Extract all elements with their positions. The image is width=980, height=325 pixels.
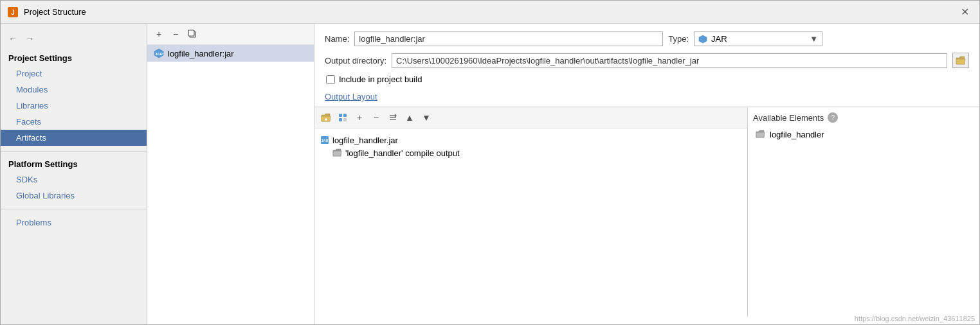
svg-marker-6 — [699, 35, 707, 43]
close-button[interactable]: ✕ — [957, 4, 973, 19]
output-layout-toolbar: + − ▲ ▼ — [314, 107, 747, 128]
output-layout-left: + − ▲ ▼ — [314, 107, 748, 317]
right-panel: Name: Type: JAR ▼ Output directory: — [314, 24, 979, 324]
name-label: Name: — [325, 34, 349, 44]
add-artifact-button[interactable]: + — [151, 26, 167, 42]
svg-text:JAR: JAR — [155, 52, 163, 56]
remove-artifact-button[interactable]: − — [168, 26, 183, 42]
title-bar: J Project Structure ✕ — [1, 1, 979, 24]
main-content: ← → Project Settings Project Modules Lib… — [1, 24, 979, 324]
sort-button[interactable] — [385, 110, 401, 125]
svg-rect-12 — [343, 118, 347, 121]
tree-item-compile-output-label: 'logfile_handler' compile output — [345, 148, 460, 158]
include-in-project-build-row: Include in project build — [325, 75, 969, 84]
move-down-button[interactable]: ▼ — [419, 110, 434, 125]
platform-settings-header: Platform Settings — [1, 157, 147, 171]
name-row: Name: Type: JAR ▼ — [325, 31, 969, 46]
remove-layout-button[interactable]: − — [368, 110, 384, 125]
browse-output-button[interactable] — [952, 53, 969, 68]
svg-rect-10 — [343, 114, 347, 117]
sidebar-item-facets[interactable]: Facets — [1, 114, 147, 130]
nav-arrows: ← → — [1, 29, 147, 51]
forward-button[interactable]: → — [23, 31, 37, 46]
sidebar-divider — [1, 151, 147, 152]
svg-text:JAR: JAR — [321, 139, 328, 143]
svg-rect-9 — [339, 114, 342, 117]
project-structure-window: J Project Structure ✕ ← → Project Settin… — [0, 0, 980, 325]
type-label: Type: — [668, 34, 689, 44]
include-in-project-build-label: Include in project build — [339, 75, 422, 84]
artifact-list-panel: + − JAR logfile_handler:jar — [147, 24, 314, 324]
app-icon: J — [7, 6, 19, 18]
output-directory-row: Output directory: — [325, 53, 969, 68]
available-elements-panel: Available Elements ? logfile_handler — [748, 107, 979, 317]
artifact-toolbar: + − — [147, 24, 314, 45]
sidebar-item-sdks[interactable]: SDKs — [1, 171, 147, 188]
output-layout-content: JAR logfile_handler.jar — [314, 128, 747, 317]
type-dropdown-arrow: ▼ — [810, 34, 818, 44]
available-item-module[interactable]: logfile_handler — [753, 128, 974, 141]
copy-artifact-button[interactable] — [185, 26, 200, 42]
compile-output-icon — [332, 148, 343, 158]
output-directory-label: Output directory: — [325, 56, 386, 66]
available-item-label: logfile_handler — [770, 130, 824, 139]
svg-text:J: J — [11, 9, 15, 16]
output-directory-input[interactable] — [392, 53, 947, 68]
add-layout-button[interactable]: + — [352, 110, 367, 125]
svg-rect-11 — [339, 118, 342, 121]
create-dir-button[interactable] — [318, 110, 334, 125]
project-settings-header: Project Settings — [1, 51, 147, 66]
sidebar: ← → Project Settings Project Modules Lib… — [1, 24, 147, 324]
artifact-list-item[interactable]: JAR logfile_handler:jar — [147, 45, 314, 62]
module-icon — [756, 129, 766, 139]
toggle-layout-button[interactable] — [335, 110, 350, 125]
back-button[interactable]: ← — [6, 31, 20, 46]
help-icon[interactable]: ? — [828, 112, 838, 123]
name-input[interactable] — [354, 31, 663, 46]
watermark: https://blog.csdn.net/weizin_43611825 — [855, 315, 975, 322]
include-in-project-build-checkbox[interactable] — [326, 75, 335, 84]
sidebar-item-libraries[interactable]: Libraries — [1, 98, 147, 114]
window-title: Project Structure — [24, 7, 957, 17]
type-value: JAR — [711, 34, 727, 44]
tree-item-compile-output[interactable]: 'logfile_handler' compile output — [320, 146, 742, 159]
sidebar-item-global-libraries[interactable]: Global Libraries — [1, 188, 147, 204]
available-elements-header: Available Elements ? — [753, 112, 974, 123]
svg-rect-3 — [188, 30, 194, 36]
sidebar-item-artifacts[interactable]: Artifacts — [1, 130, 147, 146]
sidebar-divider-2 — [1, 209, 147, 209]
tree-item-jar-label: logfile_handler.jar — [332, 136, 398, 145]
artifact-jar-icon: JAR — [154, 48, 164, 58]
output-layout-section: + − ▲ ▼ — [314, 107, 979, 317]
tree-item-jar[interactable]: JAR logfile_handler.jar — [320, 134, 742, 146]
jar-tree-icon: JAR — [320, 135, 330, 145]
sidebar-item-modules[interactable]: Modules — [1, 82, 147, 98]
output-layout-link[interactable]: Output Layout — [325, 92, 969, 101]
available-elements-label: Available Elements — [753, 113, 824, 123]
type-select[interactable]: JAR ▼ — [694, 31, 822, 46]
sidebar-item-project[interactable]: Project — [1, 66, 147, 82]
sidebar-item-problems[interactable]: Problems — [1, 215, 147, 231]
artifact-item-label: logfile_handler:jar — [168, 49, 234, 58]
move-up-button[interactable]: ▲ — [402, 110, 417, 125]
